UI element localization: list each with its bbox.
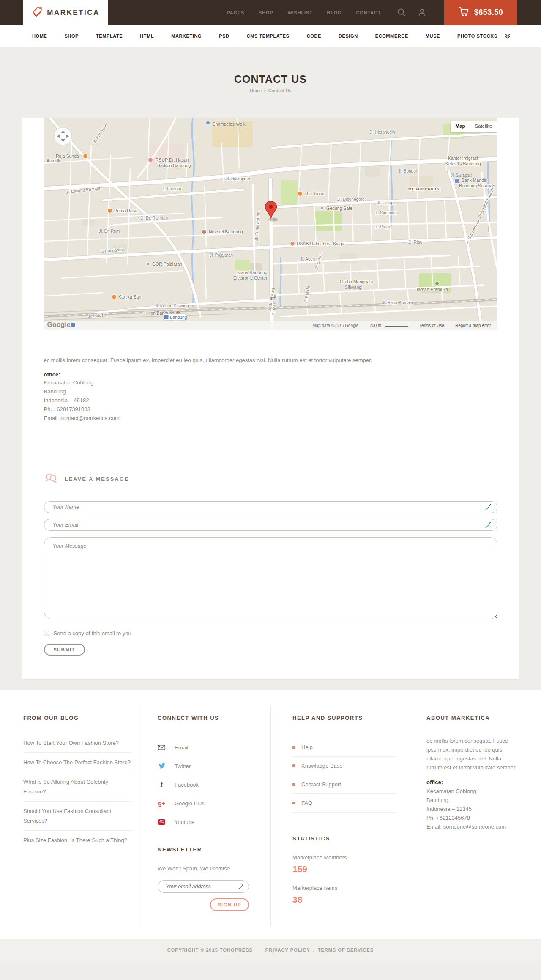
statistics-heading: STATISTICS <box>292 835 396 842</box>
breadcrumb-home[interactable]: Home <box>250 88 262 93</box>
top-nav-pages[interactable]: PAGES <box>227 10 244 15</box>
footer-blog-column: FROM OUR BLOG How To Start Your Own Fash… <box>23 715 131 850</box>
help-label: FAQ <box>301 800 312 806</box>
chevron-double-down-icon[interactable] <box>505 33 511 41</box>
privacy-policy-link[interactable]: PRIVACY POLICY <box>265 947 310 953</box>
help-link[interactable]: Help <box>292 738 396 757</box>
svg-text:The Kiosk: The Kiosk <box>304 191 324 196</box>
social-label: Twitter <box>175 763 191 769</box>
social-label: Email <box>175 744 189 751</box>
svg-text:Jl. Cihapit: Jl. Cihapit <box>377 200 396 205</box>
pen-icon <box>237 883 244 892</box>
report-map-error-link[interactable]: Report a map error <box>455 323 491 328</box>
svg-text:Aston: Aston <box>46 158 58 163</box>
terms-of-services-link[interactable]: TERMS OF SERVICES <box>318 947 374 953</box>
footer-divider <box>141 706 141 926</box>
form-heading-row: LEAVE A MESSAGE <box>44 473 497 485</box>
google-logo[interactable]: Google <box>47 321 71 329</box>
cat-nav-cms-templates[interactable]: CMS TEMPLATES <box>247 33 290 38</box>
cat-nav-html[interactable]: HTML <box>140 33 154 38</box>
top-nav-contact[interactable]: CONTACT <box>356 10 381 15</box>
svg-text:Jl. Diponegoro: Jl. Diponegoro <box>337 197 365 202</box>
svg-text:Prima Rasa: Prima Rasa <box>114 208 137 213</box>
transit-icon <box>71 323 76 327</box>
email-input[interactable] <box>44 519 497 531</box>
breadcrumb: Home>Contact Us <box>0 88 541 93</box>
svg-text:Jl. Hasanudin: Jl. Hasanudin <box>369 130 395 135</box>
name-input[interactable] <box>44 501 497 513</box>
satellite-button[interactable]: Satellite <box>470 121 497 132</box>
message-textarea[interactable] <box>44 537 497 619</box>
stat-label: Marketplace Members <box>292 854 396 861</box>
help-link[interactable]: Contact Support <box>292 775 396 794</box>
contact-form: Send a copy of this email to you SUBMIT <box>44 501 497 656</box>
address-line: Ph. +6212345678 <box>426 813 519 822</box>
cart-button[interactable]: $653.50 <box>444 0 517 25</box>
cat-nav-code[interactable]: CODE <box>307 33 321 38</box>
bullet-icon <box>292 764 295 767</box>
svg-text:Jl. Pajajaran: Jl. Pajajaran <box>210 253 233 258</box>
social-link-facebook[interactable]: f Facebook <box>158 775 249 794</box>
cat-nav-design[interactable]: DESIGN <box>339 33 358 38</box>
svg-text:MESJID PUSDAI: MESJID PUSDAI <box>408 187 441 191</box>
top-nav-wishlist[interactable]: WISHLIST <box>288 10 313 15</box>
help-label: Knowladge Base <box>301 763 343 769</box>
map-data-text: Map data ©2015 Google <box>312 323 358 328</box>
address-line: Indonesia – 12345 <box>426 804 519 813</box>
brand-logo[interactable]: MARKETICA <box>23 0 108 25</box>
svg-text:Graha Manggala: Graha Manggala <box>340 279 373 284</box>
pan-control[interactable] <box>54 127 72 145</box>
top-nav-shop[interactable]: SHOP <box>259 10 273 15</box>
search-icon[interactable] <box>397 8 407 17</box>
address-line: Email. contact@marketica.com <box>44 414 497 423</box>
blog-link[interactable]: How To Choose The Perfect Fashion Store? <box>23 752 131 772</box>
newsletter-email-input[interactable] <box>158 880 249 893</box>
office-address: Kecamatan Coblong Bandung. Indonesia – 4… <box>44 378 497 423</box>
social-link-youtube[interactable]: YouTube Youtube <box>158 813 249 831</box>
svg-text:Bandung Surapati: Bandung Surapati <box>459 183 495 188</box>
social-label: Youtube <box>175 819 194 825</box>
submit-button[interactable]: SUBMIT <box>44 644 85 656</box>
user-icon[interactable] <box>418 8 426 17</box>
send-copy-checkbox[interactable] <box>44 631 49 636</box>
address-line: Bandung. <box>426 796 519 804</box>
send-copy-label: Send a copy of this email to you <box>54 630 131 637</box>
cat-nav-muse[interactable]: MUSE <box>426 33 440 38</box>
svg-text:Jl. Sulanjana: Jl. Sulanjana <box>226 176 250 181</box>
cat-nav-shop[interactable]: SHOP <box>64 33 79 38</box>
cat-nav-marketing[interactable]: MARKETING <box>171 33 202 38</box>
social-label: Facebook <box>175 782 199 788</box>
footer-connect-heading: CONNECT WITH US <box>158 715 249 721</box>
cat-nav-psd[interactable]: PSD <box>219 33 229 38</box>
pen-icon <box>484 504 491 512</box>
cat-nav-home[interactable]: HOME <box>32 33 47 38</box>
blog-link[interactable]: How To Start Your Own Fashion Store? <box>23 738 131 752</box>
svg-text:Bandung: Bandung <box>170 315 187 320</box>
svg-text:RSKB Halmahera Siaga: RSKB Halmahera Siaga <box>297 241 344 246</box>
cat-nav-ecommerce[interactable]: ECOMMERCE <box>375 33 408 38</box>
top-nav: PAGES SHOP WISHLIST BLOG CONTACT <box>227 10 381 15</box>
terms-of-use-link[interactable]: Terms of Use <box>419 323 444 328</box>
copyright-bar: COPYRIGHT © 2015 TOKOPRESS PRIVACY POLIC… <box>0 939 541 961</box>
help-link[interactable]: FAQ <box>292 794 396 813</box>
blog-link[interactable]: What is So Alluring About Celebrity Fash… <box>23 772 131 801</box>
signup-button[interactable]: SIGN UP <box>210 898 249 911</box>
category-nav: HOME SHOP TEMPLATE HTML MARKETING PSD CM… <box>0 25 541 47</box>
svg-text:Raja Sunda: Raja Sunda <box>56 154 79 159</box>
address-line: Email. someone@someone.com <box>426 822 519 831</box>
footer-divider <box>270 706 271 926</box>
top-nav-blog[interactable]: BLOG <box>327 10 342 15</box>
google-map[interactable]: Champelas Walk Jl. Hasanudin Jl. Haji Ya… <box>44 118 497 330</box>
social-link-twitter[interactable]: Twitter <box>158 757 249 775</box>
youtube-icon: YouTube <box>158 819 166 825</box>
map-button[interactable]: Map <box>451 121 470 132</box>
breadcrumb-separator: > <box>264 88 266 93</box>
blog-link[interactable]: Should You Use Fashion Consultant Servic… <box>23 801 131 830</box>
social-link-google-plus[interactable]: g+ Google Plus <box>158 794 249 813</box>
cat-nav-photo-stocks[interactable]: PHOTO STOCKS <box>457 33 497 38</box>
cat-nav-template[interactable]: TEMPLATE <box>96 33 123 38</box>
social-link-email[interactable]: Email <box>158 738 249 757</box>
blog-link[interactable]: Plus Size Fashion: Is There Such a Thing… <box>23 830 131 850</box>
help-link[interactable]: Knowladge Base <box>292 757 396 775</box>
svg-text:Jl. Progo: Jl. Progo <box>374 225 391 229</box>
